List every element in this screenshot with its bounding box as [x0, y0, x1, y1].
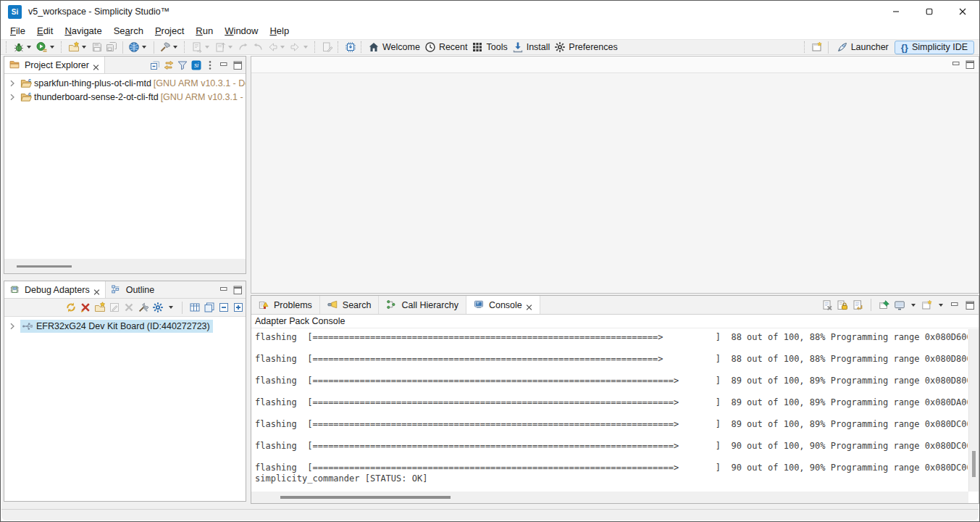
- tab-debug-adapters[interactable]: Debug Adapters: [4, 281, 106, 298]
- open-resource-button[interactable]: [320, 40, 335, 54]
- tab-search[interactable]: Search: [320, 296, 380, 314]
- tab-outline[interactable]: Outline: [106, 281, 160, 298]
- preferences-button[interactable]: Preferences: [553, 40, 620, 54]
- table-view-icon[interactable]: [189, 302, 201, 313]
- project-row[interactable]: cthunderboard-sense-2-ot-cli-ftd[GNU ARM…: [4, 90, 246, 104]
- flash-programmer-button[interactable]: [343, 40, 358, 54]
- device-row[interactable]: EFR32xG24 Dev Kit Board (ID:440272723): [4, 319, 246, 333]
- dropdown-arrow-icon[interactable]: [303, 46, 308, 49]
- dropdown-arrow-icon[interactable]: [911, 304, 916, 307]
- dropdown-arrow-icon[interactable]: [205, 46, 209, 49]
- link-editor-icon[interactable]: [163, 59, 175, 71]
- dropdown-arrow-icon[interactable]: [50, 46, 54, 49]
- close-tab-icon[interactable]: [93, 62, 99, 68]
- dropdown-arrow-icon[interactable]: [169, 306, 173, 309]
- tools-button[interactable]: Tools: [470, 40, 510, 54]
- pin-console-icon[interactable]: [879, 299, 890, 311]
- project-explorer-hscrollbar[interactable]: [4, 259, 246, 273]
- dropdown-arrow-icon[interactable]: [173, 46, 177, 49]
- save-button[interactable]: [90, 40, 104, 54]
- menu-window[interactable]: Window: [219, 24, 264, 38]
- forward-button[interactable]: [288, 40, 311, 54]
- build-button[interactable]: [158, 40, 181, 54]
- next-annotation-button[interactable]: [213, 40, 236, 54]
- maximize-panel-icon[interactable]: [232, 284, 243, 296]
- minimize-panel-icon[interactable]: [218, 59, 230, 71]
- maximize-panel-icon[interactable]: [964, 299, 976, 311]
- forward-history-button[interactable]: [251, 40, 265, 54]
- refresh-icon[interactable]: [65, 302, 77, 313]
- delete-icon[interactable]: [123, 302, 135, 313]
- filter-icon[interactable]: [177, 59, 188, 71]
- menu-edit[interactable]: Edit: [31, 24, 59, 38]
- dropdown-arrow-icon[interactable]: [82, 46, 86, 49]
- menu-help[interactable]: Help: [264, 24, 295, 38]
- menu-file[interactable]: File: [4, 24, 31, 38]
- minimize-panel-icon[interactable]: [949, 299, 960, 311]
- dropdown-arrow-icon[interactable]: [280, 46, 285, 49]
- minimize-panel-icon[interactable]: [218, 284, 230, 296]
- chevron-right-icon[interactable]: [7, 91, 18, 103]
- maximize-button[interactable]: [913, 1, 946, 22]
- si-badge-icon[interactable]: si: [190, 59, 202, 71]
- menu-project[interactable]: Project: [149, 24, 190, 38]
- web-browser-button[interactable]: [127, 40, 150, 54]
- close-tab-icon[interactable]: [526, 302, 532, 308]
- back-button[interactable]: [265, 40, 288, 54]
- back-history-button[interactable]: [236, 40, 251, 54]
- tab-problems[interactable]: Problems: [251, 296, 320, 314]
- scrollbar-thumb[interactable]: [17, 265, 72, 268]
- gear-blue-icon[interactable]: [152, 302, 164, 313]
- chevron-right-icon[interactable]: [7, 320, 18, 332]
- new-wizard-button[interactable]: [67, 40, 90, 54]
- tab-call-hierarchy[interactable]: Call Hierarchy: [379, 296, 466, 314]
- open-perspective-button[interactable]: [810, 40, 824, 54]
- scrollbar-thumb[interactable]: [972, 451, 976, 477]
- console-output[interactable]: flashing [==============================…: [252, 329, 968, 492]
- minimize-button[interactable]: [879, 1, 913, 22]
- dropdown-arrow-icon[interactable]: [228, 46, 233, 49]
- edit-icon[interactable]: [109, 302, 120, 313]
- perspective-launcher-button[interactable]: Launcher: [832, 41, 895, 54]
- copy-view-icon[interactable]: [204, 302, 215, 313]
- console-vscrollbar[interactable]: [968, 329, 979, 492]
- recent-button[interactable]: Recent: [423, 40, 471, 54]
- view-menu-icon[interactable]: [204, 59, 216, 71]
- maximize-panel-icon[interactable]: [232, 59, 243, 71]
- box-plus-icon[interactable]: [233, 302, 244, 313]
- scrollbar-thumb[interactable]: [280, 496, 451, 499]
- close-tab-icon[interactable]: [93, 286, 100, 293]
- console-hscrollbar[interactable]: [251, 492, 968, 503]
- maximize-panel-icon[interactable]: [964, 59, 976, 70]
- menu-navigate[interactable]: Navigate: [59, 24, 107, 38]
- last-edit-button[interactable]: [190, 40, 213, 54]
- welcome-button[interactable]: Welcome: [367, 40, 423, 54]
- display-console-icon[interactable]: [894, 299, 905, 311]
- debug-button[interactable]: [12, 40, 35, 54]
- chevron-right-icon[interactable]: [7, 78, 18, 89]
- new-group-icon[interactable]: [94, 302, 106, 313]
- wrench-icon[interactable]: [138, 302, 149, 313]
- open-console-icon[interactable]: [921, 299, 933, 311]
- box-minus-icon[interactable]: [218, 302, 230, 313]
- tab-console[interactable]: Console: [466, 296, 540, 314]
- dropdown-arrow-icon[interactable]: [142, 46, 146, 49]
- dropdown-arrow-icon[interactable]: [939, 304, 943, 307]
- collapse-all-icon[interactable]: [149, 59, 161, 71]
- menu-run[interactable]: Run: [190, 24, 219, 38]
- device-selection[interactable]: EFR32xG24 Dev Kit Board (ID:440272723): [20, 320, 213, 333]
- disconnect-icon[interactable]: [80, 302, 91, 313]
- clear-console-icon[interactable]: [821, 299, 833, 311]
- show-on-output-icon[interactable]: [852, 299, 863, 311]
- install-button[interactable]: Install: [511, 40, 553, 54]
- dropdown-arrow-icon[interactable]: [27, 46, 31, 49]
- menu-search[interactable]: Search: [108, 24, 149, 38]
- perspective-simplicity-ide-button[interactable]: {} Simplicity IDE: [895, 41, 974, 54]
- project-row[interactable]: csparkfun-thing-plus-ot-cli-mtd[GNU ARM …: [4, 76, 246, 90]
- run-button[interactable]: [35, 40, 58, 54]
- minimize-panel-icon[interactable]: [950, 59, 962, 70]
- save-all-button[interactable]: [104, 40, 119, 54]
- close-button[interactable]: [946, 1, 979, 22]
- tab-project-explorer[interactable]: Project Explorer: [4, 57, 105, 73]
- scroll-lock-icon[interactable]: [837, 299, 848, 311]
